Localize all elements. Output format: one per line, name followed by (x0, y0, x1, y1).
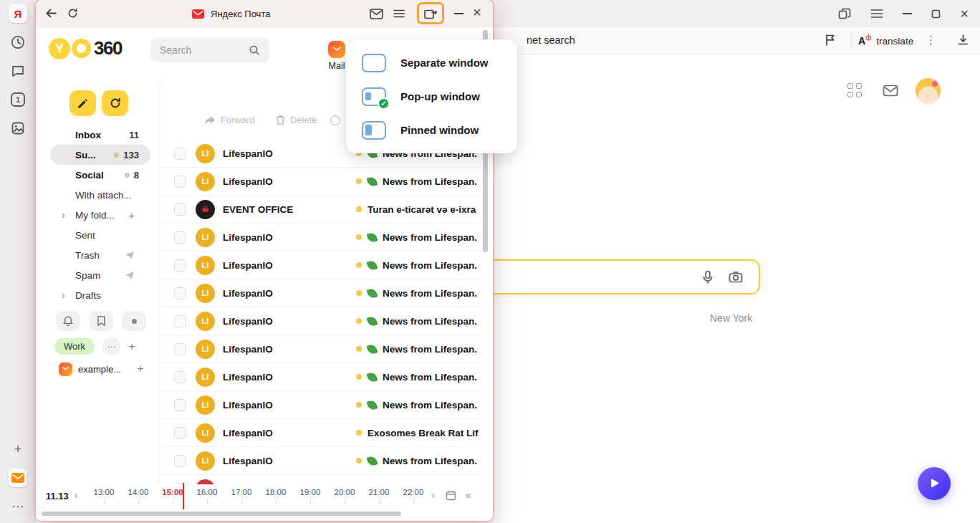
folder-item[interactable]: › My fold... + (36, 205, 159, 225)
window-mode-option[interactable]: ✓ Pinned window (346, 113, 517, 147)
forward-button[interactable]: Forward (204, 115, 255, 125)
titlebar-menu-icon[interactable] (393, 9, 405, 18)
page-search-bar[interactable] (458, 259, 760, 294)
folder-item[interactable]: › Su... + 133 (50, 145, 150, 165)
message-checkbox[interactable] (174, 399, 186, 411)
calendar-icon[interactable] (446, 490, 456, 501)
message-row[interactable]: LI LifespanIO News from Lifespan. (160, 168, 481, 196)
check-mail-button[interactable] (102, 90, 128, 116)
chats-icon[interactable] (9, 62, 27, 80)
timeline-time[interactable]: 22:00 (396, 488, 431, 498)
yandex-mail-app-icon[interactable] (9, 469, 27, 487)
chevron-right-icon[interactable]: › (62, 289, 65, 301)
folder-item[interactable]: › Sent + (36, 225, 159, 245)
delete-button[interactable]: Delete (276, 115, 317, 125)
window-mode-option[interactable]: ✓ Pop-up window (346, 80, 517, 113)
message-checkbox[interactable] (174, 315, 186, 327)
timeline-time[interactable]: 20:00 (327, 488, 362, 498)
back-icon[interactable] (45, 8, 57, 19)
message-row[interactable]: LI LifespanIO News from Lifespan. (160, 251, 481, 279)
message-checkbox[interactable] (174, 176, 186, 188)
window-mode-option[interactable]: ✓ Separate window (346, 46, 517, 80)
message-row[interactable]: LI LifespanIO News from Lifespan. (160, 279, 481, 307)
mail-window-titlebar[interactable]: Яндекс Почта × (36, 0, 493, 27)
message-checkbox[interactable] (174, 343, 186, 355)
services-grid-icon[interactable] (847, 83, 862, 97)
timeline-time[interactable]: 16:00 (190, 488, 224, 498)
downloads-icon[interactable] (957, 34, 969, 46)
address-more-icon[interactable]: ⋮ (926, 34, 936, 47)
sidebar-more-icon[interactable]: ⋯ (9, 497, 27, 516)
bookmark-icon[interactable] (89, 311, 113, 331)
message-checkbox[interactable] (174, 203, 186, 216)
browser-close-icon[interactable]: × (960, 6, 969, 21)
message-row[interactable]: ☠ EVENT OFFICE Turan e-ticarət və e-ixra (160, 196, 481, 224)
timeline-prev-icon[interactable]: ‹ (75, 489, 78, 501)
message-checkbox[interactable] (174, 287, 186, 299)
message-row[interactable] (160, 475, 481, 484)
titlebar-mail-icon[interactable] (370, 9, 383, 19)
yandex-browser-logo[interactable]: Я (9, 4, 27, 23)
folder-item[interactable]: › With attach... + (36, 185, 159, 205)
message-row[interactable]: LI LifespanIO News from Lifespan. (160, 447, 481, 475)
page-mail-icon[interactable] (883, 85, 898, 97)
alice-assistant-button[interactable] (918, 467, 951, 500)
timeline-time[interactable]: 17:00 (224, 488, 259, 498)
tag-work[interactable]: Work (54, 338, 95, 355)
compose-button[interactable] (69, 90, 96, 116)
message-checkbox[interactable] (174, 231, 186, 244)
timeline-time[interactable]: 21:00 (362, 488, 396, 498)
history-icon[interactable] (9, 33, 27, 52)
folder-item[interactable]: › Drafts + (36, 285, 159, 305)
browser-menu-icon[interactable] (870, 9, 883, 19)
browser-maximize-icon[interactable] (931, 9, 941, 19)
add-account-icon[interactable]: + (137, 362, 144, 376)
timeline-next-icon[interactable]: › (431, 489, 435, 501)
message-row[interactable]: LI LifespanIO News from Lifespan. (160, 224, 481, 251)
account-row[interactable]: example... + (59, 362, 144, 376)
folder-item[interactable]: › Inbox + 11 (36, 125, 159, 145)
folder-item[interactable]: › Trash + (36, 245, 159, 265)
tab-counter-icon[interactable]: 1 (9, 90, 27, 109)
chevron-right-icon[interactable]: › (62, 208, 65, 221)
message-checkbox[interactable] (174, 427, 186, 439)
timeline-time[interactable]: 13:00 (87, 488, 121, 498)
message-checkbox[interactable] (174, 259, 186, 272)
timeline-time[interactable]: 18:00 (259, 488, 293, 498)
add-tag-icon[interactable]: + (128, 340, 135, 354)
timeline-collapse-icon[interactable]: « (466, 489, 471, 501)
horizontal-scrollbar[interactable] (42, 512, 401, 516)
timeline-time[interactable]: 19:00 (293, 488, 327, 498)
search-icon[interactable] (249, 44, 260, 56)
mail-close-icon[interactable]: × (473, 4, 481, 21)
tags-more-icon[interactable]: ⋯ (102, 337, 120, 355)
image-search-icon[interactable] (729, 271, 743, 283)
message-row[interactable]: LI LifespanIO News from Lifespan. (160, 335, 481, 363)
message-row[interactable]: LI LifespanIO Exosomes Break Rat Lif (160, 419, 481, 447)
label-dot-icon[interactable] (122, 311, 146, 331)
gallery-icon[interactable] (9, 119, 27, 138)
browser-minimize-icon[interactable] (903, 13, 912, 14)
user-avatar[interactable] (916, 78, 941, 103)
timeline-time[interactable]: 14:00 (121, 488, 155, 498)
message-checkbox[interactable] (174, 371, 186, 383)
tab-groups-icon[interactable] (838, 8, 851, 19)
folder-item[interactable]: › Spam + (36, 265, 159, 285)
window-mode-icon-highlighted[interactable] (417, 2, 444, 24)
timeline-time[interactable]: 15:00 (155, 488, 190, 498)
folder-item[interactable]: › Social + 8 (36, 165, 159, 185)
message-checkbox[interactable] (174, 455, 186, 467)
reload-icon[interactable] (67, 8, 78, 19)
mail-minimize-icon[interactable] (454, 13, 463, 14)
message-row[interactable]: LI LifespanIO News from Lifespan. (160, 391, 481, 419)
mail-search-input[interactable]: Search (150, 37, 269, 62)
translate-button[interactable]: Aф translate (858, 32, 913, 49)
message-row[interactable]: LI LifespanIO News from Lifespan. (160, 363, 481, 391)
voice-search-icon[interactable] (701, 270, 714, 284)
message-checkbox[interactable] (174, 148, 186, 160)
add-panel-icon[interactable]: + (9, 440, 27, 459)
bookmark-flag-icon[interactable] (825, 34, 835, 47)
message-row[interactable]: LI LifespanIO News from Lifespan. (160, 307, 481, 335)
add-folder-icon[interactable]: + (128, 209, 135, 221)
notifications-bell-icon[interactable] (56, 311, 80, 331)
